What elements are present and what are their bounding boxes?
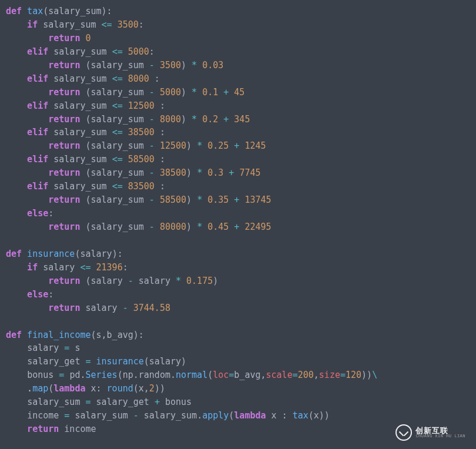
watermark: 创新互联 CHUANG XIN HU LIAN xyxy=(395,424,465,441)
logo-icon xyxy=(395,424,412,441)
watermark-en: CHUANG XIN HU LIAN xyxy=(415,434,465,438)
code-block: def tax(salary_sum): if salary_sum <= 35… xyxy=(0,0,476,441)
